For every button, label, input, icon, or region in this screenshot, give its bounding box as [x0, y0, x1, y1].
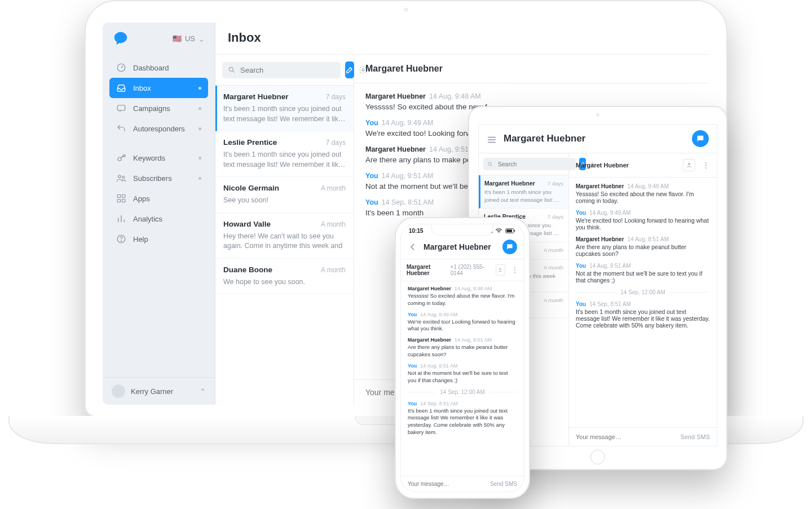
svg-rect-1	[117, 105, 125, 110]
search-input-wrap[interactable]	[222, 62, 341, 78]
nav-label: Keywords	[133, 154, 165, 162]
message-time: 14 Sep, 8:51 AM	[417, 401, 458, 406]
unread-dot	[198, 87, 201, 90]
nav-autoresponders[interactable]: Autoresponders	[109, 118, 208, 139]
nav-apps[interactable]: Apps	[109, 188, 208, 209]
message-time: 14 Aug, 9:49 AM	[417, 312, 457, 317]
laptop-camera	[404, 8, 408, 11]
phone-device: 10:15 Margaret Huebner Margaret Huebner	[395, 217, 530, 499]
message-sender: You	[365, 119, 378, 127]
phone-message-list: Margaret Huebner14 Aug, 9:48 AMYesssss! …	[401, 281, 524, 476]
tablet-camera	[597, 113, 599, 116]
chat-bubble-icon	[696, 134, 705, 143]
chevron-down-icon: ⌄	[198, 35, 205, 43]
battery-icon	[505, 228, 516, 233]
search-icon	[228, 66, 236, 74]
message-sender: You	[408, 312, 417, 317]
phone-send-button[interactable]: Send SMS	[490, 481, 517, 487]
nav-label: Autoresponders	[133, 125, 185, 133]
day-divider: 14 Sep, 12:00 AM	[408, 389, 517, 395]
region-code: US	[185, 34, 195, 43]
region-picker[interactable]: 🇺🇸 US ⌄	[173, 34, 205, 43]
message-body: It's been 1 month since you joined out t…	[408, 408, 517, 436]
conversation-item[interactable]: Leslie Prentice7 daysIt's been 1 month s…	[215, 131, 354, 177]
send-button[interactable]: Send SMS	[680, 433, 710, 440]
message: Margaret Huebner14 Aug, 8:51 AMAre there…	[576, 236, 710, 257]
phone-composer-input[interactable]	[408, 481, 487, 487]
key-icon	[116, 153, 126, 163]
sidebar-top: 🇺🇸 US ⌄	[103, 23, 215, 54]
more-menu[interactable]: ⋮	[511, 267, 518, 273]
message-sender: Margaret Huebner	[576, 236, 624, 242]
nav-dashboard[interactable]: Dashboard	[109, 57, 208, 78]
phone-conv-head: Margaret Huebner +1 (202) 555-0144 ⋮	[401, 259, 524, 281]
search-icon	[487, 161, 493, 167]
conv-time: A month	[321, 184, 346, 192]
phone-chat-fab[interactable]	[502, 240, 517, 254]
message-sender: Margaret Huebner	[365, 145, 426, 153]
nav-keywords[interactable]: Keywords	[109, 148, 208, 168]
tablet-message-list: Margaret Huebner14 Aug, 9:48 AMYesssss! …	[569, 178, 717, 427]
nav-help[interactable]: Help	[109, 229, 208, 249]
conv-name: Margaret Huebner	[223, 92, 289, 101]
nav-label: Apps	[133, 194, 150, 203]
status-clock: 10:15	[409, 228, 423, 234]
chat-fab[interactable]	[692, 130, 709, 147]
conversation-item[interactable]: Nicole GermainA monthSee you soon!	[215, 177, 354, 213]
nav-subscribers[interactable]: Subscribers	[109, 168, 208, 188]
users-icon	[116, 173, 126, 183]
contact-card-button[interactable]	[496, 264, 505, 276]
message-sender: You	[576, 301, 586, 307]
svg-rect-8	[122, 200, 125, 202]
nav-campaigns[interactable]: Campaigns	[109, 98, 208, 118]
nav-inbox[interactable]: Inbox	[109, 78, 208, 98]
conversation-item[interactable]: Howard ValleA monthHey there! We can't w…	[215, 213, 354, 259]
message-sender: You	[365, 198, 378, 206]
tablet-search-wrap[interactable]	[483, 158, 576, 170]
svg-point-4	[122, 176, 125, 179]
conv-time: A month	[321, 220, 346, 228]
tablet-search-input[interactable]	[498, 161, 572, 167]
message-body: We're excited too! Looking forward to he…	[576, 217, 710, 231]
message-time: 14 Aug, 9:48 AM	[426, 92, 481, 100]
contact-card-button[interactable]	[683, 159, 695, 171]
more-menu[interactable]: ⋮	[702, 161, 710, 169]
list-toolbar	[215, 55, 354, 86]
nav-analytics[interactable]: Analytics	[109, 209, 208, 229]
phone-composer[interactable]: Send SMS	[401, 476, 524, 492]
message-time: 14 Sep, 8:51 AM	[378, 198, 434, 206]
flag-icon: 🇺🇸	[173, 34, 182, 43]
sidebar: 🇺🇸 US ⌄ Dashboard	[103, 23, 215, 405]
message-sender: Margaret Huebner	[576, 183, 624, 189]
message: Margaret Huebner14 Aug, 9:51 AMAre there…	[408, 337, 517, 358]
message: You14 Aug, 9:49 AMWe're excited too! Loo…	[576, 210, 710, 231]
nav-label: Dashboard	[133, 64, 169, 72]
conversation-item[interactable]: Duane BooneA monthWe hope to see you soo…	[215, 259, 354, 295]
contact-name: Margaret Huebner	[576, 162, 629, 169]
conversation-item[interactable]: Margaret Huebner7 daysIt's been 1 month …	[479, 175, 568, 209]
svg-point-3	[118, 175, 121, 178]
conv-name: Leslie Prentice	[223, 138, 277, 147]
search-input[interactable]	[240, 66, 335, 74]
conv-time: 7 days	[326, 139, 346, 147]
message: Margaret Huebner14 Aug, 9:48 AMYesssss! …	[576, 183, 710, 204]
svg-point-10	[121, 241, 121, 241]
apps-icon	[116, 193, 126, 203]
day-divider: 14 Sep, 12:00 AM	[576, 289, 710, 295]
message-time: 14 Sep, 8:51 AM	[586, 301, 631, 307]
message-body: It's been 1 month since you joined out t…	[576, 308, 710, 329]
menu-button[interactable]	[487, 135, 497, 143]
compose-button[interactable]	[345, 61, 354, 78]
back-button[interactable]	[408, 242, 418, 252]
tablet-composer[interactable]: Send SMS	[569, 427, 717, 446]
svg-rect-5	[117, 194, 120, 197]
tablet-composer-input[interactable]	[576, 433, 676, 440]
message-time: 14 Aug, 8:51 AM	[624, 236, 669, 242]
conversation-item[interactable]: Margaret Huebner7 daysIt's been 1 month …	[215, 86, 354, 131]
conv-preview: It's been 1 month since you joined out t…	[223, 104, 346, 124]
message-body: Are there any plans to make peanut butte…	[576, 244, 710, 257]
message: You14 Aug, 9:51 AMNot at the moment but …	[408, 363, 517, 384]
tablet-home-button[interactable]	[590, 450, 605, 464]
current-user[interactable]: Kerry Garner ⌃	[103, 377, 215, 405]
current-user-name: Kerry Garner	[131, 387, 173, 396]
